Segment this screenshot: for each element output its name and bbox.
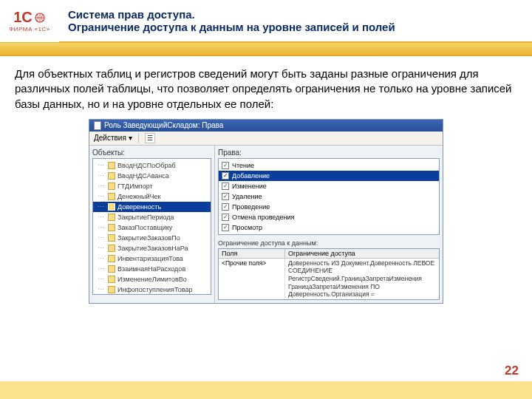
object-icon — [108, 234, 115, 242]
tree-item-label: ГТДИмпорт — [117, 183, 153, 190]
checkbox-icon[interactable]: ✓ — [222, 224, 229, 231]
tree-expander-icon[interactable]: ⋯ — [95, 203, 106, 211]
object-icon — [108, 245, 115, 252]
object-icon — [108, 183, 115, 190]
objects-tree[interactable]: ⋯ВводНДСПоОбраб⋯ВводНДСАванса⋯ГТДИмпорт⋯… — [92, 158, 211, 295]
tree-item[interactable]: ⋯ВводНДСАванса — [93, 171, 211, 181]
checkbox-icon[interactable]: ✓ — [222, 183, 229, 190]
tree-expander-icon[interactable]: ⋯ — [95, 245, 106, 252]
tree-expander-icon[interactable]: ⋯ — [95, 286, 106, 293]
checkbox-icon[interactable]: ✓ — [222, 203, 229, 211]
tree-expander-icon[interactable]: ⋯ — [95, 183, 106, 190]
tree-item-label: ЗакрытиеЗаказовПо — [117, 234, 180, 242]
right-label: Удаление — [232, 193, 262, 200]
right-label: Отмена проведения — [232, 214, 294, 221]
object-icon — [108, 172, 115, 180]
right-label: Проведение — [232, 203, 270, 211]
tree-item[interactable]: ⋯ИнфопоступленияТовар — [93, 284, 211, 295]
tree-expander-icon[interactable]: ⋯ — [95, 234, 106, 242]
logo-icon: 1С — [13, 9, 46, 26]
slide-header: 1С ФИРМА «1С» Система прав доступа. Огра… — [0, 0, 532, 43]
object-icon — [108, 224, 115, 231]
tree-item-label: ВводНДСАванса — [117, 172, 169, 180]
tree-item[interactable]: ⋯ГТДИмпорт — [93, 181, 211, 191]
page-number: 22 — [505, 364, 519, 378]
tree-item[interactable]: ⋯ЗакрытиеПериода — [93, 212, 211, 222]
object-icon — [108, 193, 115, 200]
title-line2: Ограничение доступа к данным на уровне з… — [68, 21, 395, 33]
right-item[interactable]: ✓Просмотр — [219, 222, 439, 233]
object-icon — [108, 286, 115, 293]
toolbar: Действия ▾ ☰ — [89, 132, 443, 146]
logo: 1С ФИРМА «1С» — [0, 0, 59, 42]
logo-sub: ФИРМА «1С» — [9, 26, 50, 33]
actions-menu[interactable]: Действия ▾ — [94, 134, 132, 142]
right-item[interactable]: ✓Изменение — [219, 181, 439, 191]
window-title: Роль ЗаведующийСкладом: Права — [104, 121, 223, 129]
checkbox-icon[interactable]: ✓ — [222, 172, 229, 180]
right-item[interactable]: ✓Удаление — [219, 191, 439, 202]
tree-item-label: ИнфопоступленияТовар — [117, 286, 192, 293]
object-icon — [108, 162, 115, 169]
object-icon — [108, 255, 115, 262]
tree-item-label: ИзменениеЛимитовВо — [117, 276, 187, 283]
checkbox-icon[interactable]: ✓ — [222, 214, 229, 221]
col-restriction: Ограничение доступа — [285, 249, 439, 259]
tree-item[interactable]: ⋯ЗаказПоставщику — [93, 222, 211, 233]
template-tool-icon[interactable]: ☰ — [145, 133, 155, 143]
globe-icon — [34, 12, 46, 24]
checkbox-icon[interactable]: ✓ — [222, 193, 229, 200]
tree-expander-icon[interactable]: ⋯ — [95, 162, 106, 169]
tree-item-label: ИнвентаризацияТова — [117, 255, 183, 262]
window-titlebar[interactable]: Роль ЗаведующийСкладом: Права — [89, 120, 443, 132]
right-label: Чтение — [232, 162, 254, 169]
right-item[interactable]: ✓Добавление — [219, 171, 439, 181]
tree-item-label: ЗакрытиеЗаказовНаРа — [117, 245, 188, 252]
cell-fields: <Прочие поля> — [219, 259, 285, 299]
toolbar-separator — [138, 133, 139, 143]
objects-pane: Объекты: ⋯ВводНДСПоОбраб⋯ВводНДСАванса⋯Г… — [89, 146, 215, 303]
rights-list[interactable]: ✓Чтение✓Добавление✓Изменение✓Удаление✓Пр… — [218, 158, 440, 235]
page-footer: 22 — [0, 361, 532, 381]
tree-item[interactable]: ⋯ЗакрытиеЗаказовПо — [93, 233, 211, 243]
right-item[interactable]: ✓Чтение — [219, 160, 439, 171]
app-window: Роль ЗаведующийСкладом: Права Действия ▾… — [89, 119, 443, 304]
rights-title: Права: — [218, 149, 440, 157]
tree-item[interactable]: ⋯ИнвентаризацияТова — [93, 253, 211, 264]
restriction-table[interactable]: Поля Ограничение доступа <Прочие поля> Д… — [218, 248, 440, 300]
object-icon — [108, 265, 115, 273]
table-row[interactable]: <Прочие поля> Доверенность ИЗ Документ.Д… — [219, 259, 439, 299]
ribbon — [0, 43, 532, 56]
tree-item[interactable]: ⋯ВводНДСПоОбраб — [93, 160, 211, 171]
tree-item[interactable]: ⋯ИзменениеЛимитовВо — [93, 274, 211, 284]
slide-title: Система прав доступа. Ограничение доступ… — [59, 5, 404, 36]
tree-expander-icon[interactable]: ⋯ — [95, 214, 106, 221]
object-icon — [108, 214, 115, 221]
tree-item-label: ЗакрытиеПериода — [117, 214, 174, 221]
tree-item[interactable]: ⋯ДенежныйЧек — [93, 191, 211, 202]
tree-item[interactable]: ⋯ЗакрытиеЗаказовНаРа — [93, 243, 211, 253]
checkbox-icon[interactable]: ✓ — [222, 162, 229, 169]
tree-item-label: ДенежныйЧек — [117, 193, 160, 200]
right-item[interactable]: ✓Отмена проведения — [219, 212, 439, 222]
right-item[interactable]: ✓Проведение — [219, 202, 439, 212]
tree-expander-icon[interactable]: ⋯ — [95, 193, 106, 200]
tree-item-label: ВзаимнаяНаРасходов — [117, 265, 185, 273]
tree-item[interactable]: ⋯ВзаимнаяНаРасходов — [93, 264, 211, 274]
col-fields: Поля — [219, 249, 285, 259]
tree-item[interactable]: ⋯Доверенность — [93, 202, 211, 212]
tree-expander-icon[interactable]: ⋯ — [95, 276, 106, 283]
tree-item-label: ЗаказПоставщику — [117, 224, 172, 231]
object-icon — [108, 203, 115, 211]
object-icon — [108, 276, 115, 283]
document-icon — [94, 121, 101, 130]
tree-expander-icon[interactable]: ⋯ — [95, 224, 106, 231]
cell-restriction: Доверенность ИЗ Документ.Доверенность ЛЕ… — [285, 259, 439, 299]
restriction-label: Ограничение доступа к данным: — [218, 239, 440, 247]
tree-expander-icon[interactable]: ⋯ — [95, 265, 106, 273]
tree-expander-icon[interactable]: ⋯ — [95, 255, 106, 262]
tree-item-label: ВводНДСПоОбраб — [117, 162, 176, 169]
slide-content: Для объектных таблиц и регистров сведени… — [0, 56, 532, 381]
right-label: Просмотр — [232, 224, 262, 231]
tree-expander-icon[interactable]: ⋯ — [95, 172, 106, 180]
